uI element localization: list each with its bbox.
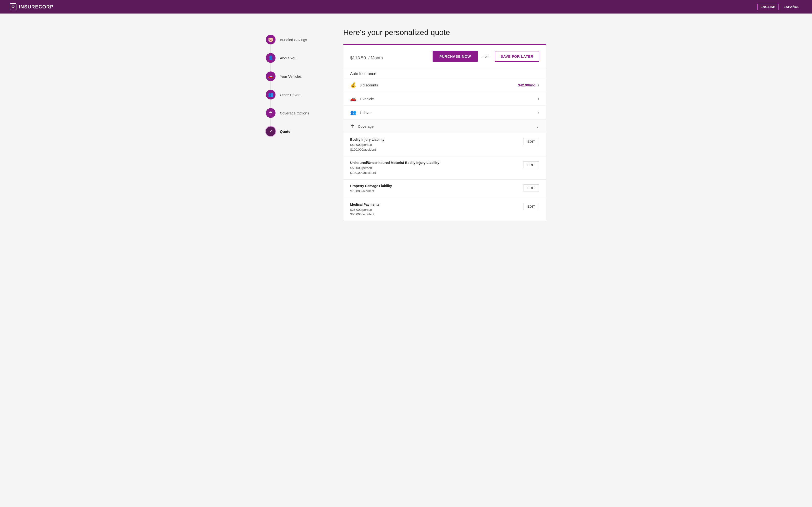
discounts-row[interactable]: 💰 3 discounts $42.90/mo › [343,78,546,92]
price-value: $113.50 [350,56,366,60]
uninsured-motorist-line2: $100,000/accident [350,170,439,175]
property-damage-title: Property Damage Liability [350,184,392,188]
page-title: Here's your personalized quote [343,28,546,37]
sidebar-item-quote[interactable]: ✓ Quote [266,122,329,140]
discounts-icon: 💰 [350,82,356,88]
discount-amount: $42.90/mo [518,83,536,87]
logo: 🛡 INSURECORP [10,3,53,10]
coverage-icon: ☂ [350,123,355,129]
uninsured-motorist-line1: $50,000/person [350,166,439,170]
medical-payments-edit-button[interactable]: EDIT [523,203,539,210]
bodily-injury-text: Bodily Injury Liability $50,000/person $… [350,137,385,152]
uninsured-motorist-row: Uninsured/Underinsured Motorist Bodily I… [343,156,546,179]
sidebar-item-your-vehicles[interactable]: 🚗 Your Vehicles [266,67,329,86]
driver-row[interactable]: 👥 1 driver › [343,106,546,119]
save-for-later-button[interactable]: SAVE FOR LATER [495,51,539,62]
discounts-row-left: 💰 3 discounts [350,82,378,88]
logo-text: INSURECORP [19,4,53,10]
property-damage-row: Property Damage Liability $75,000/accide… [343,179,546,198]
coverage-header-left: ☂ Coverage [350,123,373,129]
driver-chevron-icon: › [538,110,539,115]
vehicle-row-right: › [538,97,539,101]
vehicle-chevron-icon: › [538,97,539,101]
espanol-button[interactable]: ESPAÑOL [781,4,802,10]
sidebar-circle-other-drivers: 👥 [266,90,275,100]
main-container: 🐷 Bundled Savings 👤 About You 🚗 Your Veh… [261,13,551,231]
sidebar-label-coverage-options: Coverage Options [280,111,309,115]
coverage-label: Coverage [358,124,373,128]
sidebar-item-other-drivers[interactable]: 👥 Other Drivers [266,86,329,104]
uninsured-motorist-text: Uninsured/Underinsured Motorist Bodily I… [350,161,439,175]
medical-payments-line2: $50,000/accident [350,212,379,217]
quote-card: $113.50 / Month PURCHASE NOW – or – SAVE… [343,44,546,221]
or-text: – or – [481,54,491,58]
sidebar-circle-quote: ✓ [266,126,275,136]
medical-payments-line1: $25,000/person [350,207,379,212]
sidebar-circle-bundled-savings: 🐷 [266,35,275,44]
sidebar-label-bundled-savings: Bundled Savings [280,38,307,42]
medical-payments-text: Medical Payments $25,000/person $50,000/… [350,203,379,217]
english-button[interactable]: ENGLISH [757,4,779,10]
discounts-label: 3 discounts [360,83,378,87]
driver-icon: 👥 [350,110,356,115]
driver-label: 1 driver [360,111,372,115]
header: 🛡 INSURECORP ENGLISH ESPAÑOL [0,0,812,13]
price-period: / Month [368,56,383,60]
purchase-now-button[interactable]: PURCHASE NOW [433,51,478,62]
coverage-header[interactable]: ☂ Coverage ⌄ [343,119,546,133]
quote-header: $113.50 / Month PURCHASE NOW – or – SAVE… [343,45,546,68]
content-area: Here's your personalized quote $113.50 /… [329,28,546,221]
driver-row-left: 👥 1 driver [350,110,372,115]
bodily-injury-edit-button[interactable]: EDIT [523,138,539,145]
sidebar-circle-coverage-options: ☂ [266,108,275,118]
medical-payments-title: Medical Payments [350,203,379,207]
sidebar-label-your-vehicles: Your Vehicles [280,74,302,78]
discounts-row-right: $42.90/mo › [518,83,539,87]
medical-payments-row: Medical Payments $25,000/person $50,000/… [343,198,546,221]
sidebar-item-coverage-options[interactable]: ☂ Coverage Options [266,104,329,122]
quote-actions: PURCHASE NOW – or – SAVE FOR LATER [433,51,539,62]
uninsured-motorist-edit-button[interactable]: EDIT [523,161,539,168]
vehicle-icon: 🚗 [350,96,356,102]
sidebar-label-about-you: About You [280,56,296,60]
driver-row-right: › [538,110,539,115]
sidebar: 🐷 Bundled Savings 👤 About You 🚗 Your Veh… [266,28,329,221]
sidebar-label-quote: Quote [280,129,290,133]
sidebar-item-about-you[interactable]: 👤 About You [266,49,329,67]
bodily-injury-title: Bodily Injury Liability [350,137,385,142]
sidebar-item-bundled-savings[interactable]: 🐷 Bundled Savings [266,31,329,49]
property-damage-line1: $75,000/accident [350,189,392,193]
bodily-injury-row: Bodily Injury Liability $50,000/person $… [343,133,546,156]
property-damage-edit-button[interactable]: EDIT [523,184,539,191]
logo-icon: 🛡 [10,3,16,10]
vehicle-row[interactable]: 🚗 1 vehicle › [343,92,546,106]
bodily-injury-line2: $100,000/accident [350,147,385,152]
vehicle-row-left: 🚗 1 vehicle [350,96,374,102]
language-switcher: ENGLISH ESPAÑOL [757,4,802,10]
vehicle-label: 1 vehicle [360,97,374,101]
bodily-injury-line1: $50,000/person [350,143,385,147]
discounts-chevron-icon: › [538,83,539,87]
sidebar-circle-your-vehicles: 🚗 [266,71,275,81]
sidebar-circle-about-you: 👤 [266,53,275,63]
uninsured-motorist-title: Uninsured/Underinsured Motorist Bodily I… [350,161,439,165]
quote-price: $113.50 / Month [350,51,383,62]
sidebar-label-other-drivers: Other Drivers [280,93,301,97]
auto-insurance-label: Auto Insurance [343,68,546,78]
property-damage-text: Property Damage Liability $75,000/accide… [350,184,392,193]
coverage-chevron-down-icon: ⌄ [536,124,539,129]
